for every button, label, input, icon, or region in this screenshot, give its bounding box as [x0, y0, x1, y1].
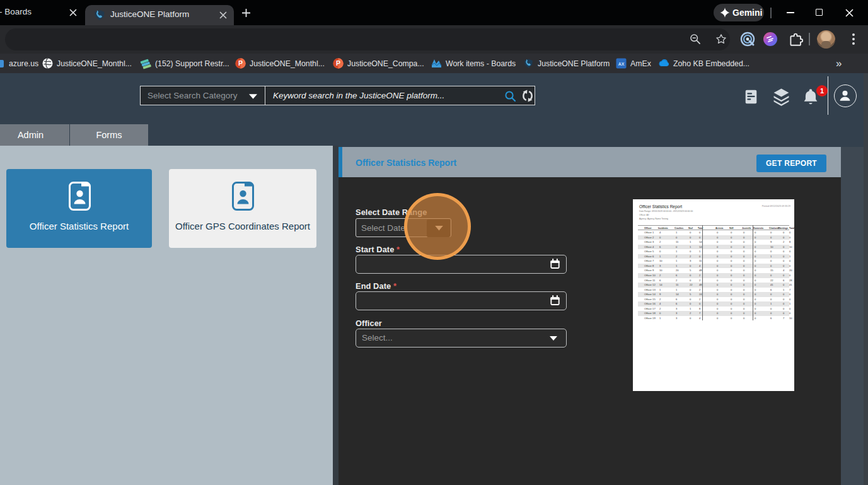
svg-text:P: P [238, 59, 243, 67]
svg-text:P: P [336, 59, 340, 67]
svg-text:AX: AX [618, 62, 625, 66]
